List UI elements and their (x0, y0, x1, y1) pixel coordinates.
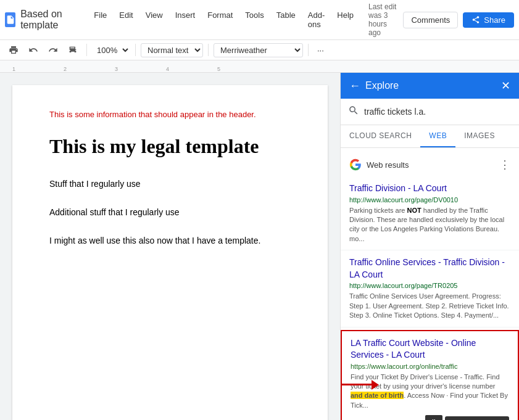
result-desc-3: Find your Ticket By Driver's License - T… (351, 373, 509, 411)
tab-images[interactable]: IMAGES (455, 125, 504, 147)
result-desc-2: Traffic Online Services User Agreement. … (349, 292, 510, 320)
red-arrow (341, 380, 379, 390)
ruler-mark: 3 (115, 66, 118, 72)
result-title-2[interactable]: Traffic Online Services - Traffic Divisi… (349, 257, 510, 281)
cite-area: " Cite as footnote (351, 415, 509, 420)
doc-para-3: I might as well use this also now that I… (49, 234, 291, 247)
cite-quote-button[interactable]: " (425, 415, 442, 420)
paint-format-icon (68, 45, 78, 55)
result-title-3[interactable]: LA Traffic Court Website - Online Servic… (351, 337, 509, 361)
doc-title-area: Based on template (5, 9, 79, 31)
explore-results[interactable]: Web results ⋮ Traffic Division - LA Cour… (341, 148, 519, 420)
result-url-1: http://www.lacourt.org/page/DV0010 (349, 196, 510, 204)
doc-para-1: Stuff that I regularly use (49, 177, 291, 191)
header-text: This is some information that should app… (49, 110, 291, 119)
explore-close-button[interactable]: ✕ (501, 79, 510, 93)
result-item-3-wrapper: LA Traffic Court Website - Online Servic… (341, 330, 519, 420)
tab-web[interactable]: WEB (420, 125, 455, 147)
explore-back-icon[interactable]: ← (349, 80, 360, 93)
menu-tools[interactable]: Tools (240, 9, 268, 30)
menu-items: File Edit View Insert Format Tools Table… (89, 9, 359, 30)
ruler: 1 2 3 4 5 (0, 60, 519, 73)
cite-as-footnote-button[interactable]: Cite as footnote (445, 416, 509, 420)
google-logo (349, 159, 362, 171)
result-url-3: https://www.lacourt.org/online/traffic (351, 363, 509, 370)
undo-button[interactable] (25, 43, 42, 57)
share-icon (471, 15, 480, 24)
result-url-2: http://www.lacourt.org/page/TR0205 (349, 282, 510, 289)
explore-search (341, 99, 519, 125)
doc-title-text: This is my legal template (49, 134, 291, 160)
ruler-mark: 4 (166, 66, 169, 72)
explore-header: ← Explore ✕ (341, 73, 519, 99)
redo-icon (48, 45, 58, 55)
print-icon (9, 45, 19, 55)
explore-tabs: CLOUD SEARCH WEB IMAGES (341, 125, 519, 148)
result-item-3[interactable]: LA Traffic Court Website - Online Servic… (341, 330, 519, 420)
explore-title: Explore (365, 80, 399, 91)
result-item-1[interactable]: Traffic Division - LA Court http://www.l… (341, 176, 519, 250)
toolbar: 100% 75% 125% Normal text Heading 1 Head… (0, 40, 519, 60)
share-button[interactable]: Share (463, 12, 514, 28)
separator-1 (86, 44, 87, 56)
doc-title: Based on template (20, 9, 79, 31)
doc-icon (5, 12, 15, 27)
results-label: Web results (367, 160, 499, 170)
more-button[interactable]: ··· (313, 43, 328, 57)
menu-addons[interactable]: Add-ons (303, 9, 330, 30)
main-area: This is some information that should app… (0, 73, 519, 420)
result-desc-1: Parking tickets are NOT handled by the T… (349, 206, 510, 244)
ruler-mark: 1 (12, 66, 15, 72)
explore-header-left: ← Explore (349, 80, 399, 93)
menu-table[interactable]: Table (272, 9, 301, 30)
explore-panel: ← Explore ✕ CLOUD SEARCH WEB IMAGES (340, 73, 519, 420)
share-label: Share (484, 15, 505, 25)
ruler-mark: 2 (64, 66, 67, 72)
style-select[interactable]: Normal text Heading 1 Heading 2 (141, 43, 203, 57)
separator-3 (208, 44, 209, 56)
menu-bar: Based on template File Edit View Insert … (0, 0, 519, 40)
menu-view[interactable]: View (141, 9, 168, 30)
font-select[interactable]: Merriweather Arial Times New Roman (214, 43, 303, 57)
explore-search-input[interactable] (364, 107, 512, 117)
doc-page: This is some information that should app… (12, 85, 328, 420)
menu-file[interactable]: File (89, 9, 112, 30)
redo-button[interactable] (44, 43, 62, 57)
comments-button[interactable]: Comments (403, 12, 458, 28)
ruler-mark: 5 (217, 66, 220, 72)
doc-area[interactable]: This is some information that should app… (0, 73, 340, 420)
doc-body: Stuff that I regularly use Additional st… (49, 177, 291, 248)
separator-4 (308, 44, 309, 56)
zoom-select[interactable]: 100% 75% 125% (92, 44, 130, 57)
undo-icon (28, 45, 38, 55)
result-title-1[interactable]: Traffic Division - LA Court (349, 183, 510, 195)
result-item-2[interactable]: Traffic Online Services - Traffic Divisi… (341, 250, 519, 327)
results-header: Web results ⋮ (341, 153, 519, 176)
more-icon: ··· (317, 46, 324, 55)
top-right: Last edit was 3 hours ago Comments Share (368, 2, 514, 37)
more-options-icon[interactable]: ⋮ (499, 158, 510, 171)
menu-format[interactable]: Format (202, 9, 238, 30)
print-button[interactable] (5, 43, 22, 57)
separator-2 (135, 44, 136, 56)
menu-edit[interactable]: Edit (114, 9, 138, 30)
paint-format-button[interactable] (64, 43, 81, 57)
last-edit-text: Last edit was 3 hours ago (368, 2, 398, 37)
search-icon (348, 105, 359, 118)
menu-insert[interactable]: Insert (170, 9, 201, 30)
menu-help[interactable]: Help (332, 9, 359, 30)
doc-para-2: Additional stuff that I regularly use (49, 205, 291, 219)
tab-cloud-search[interactable]: CLOUD SEARCH (341, 125, 420, 147)
